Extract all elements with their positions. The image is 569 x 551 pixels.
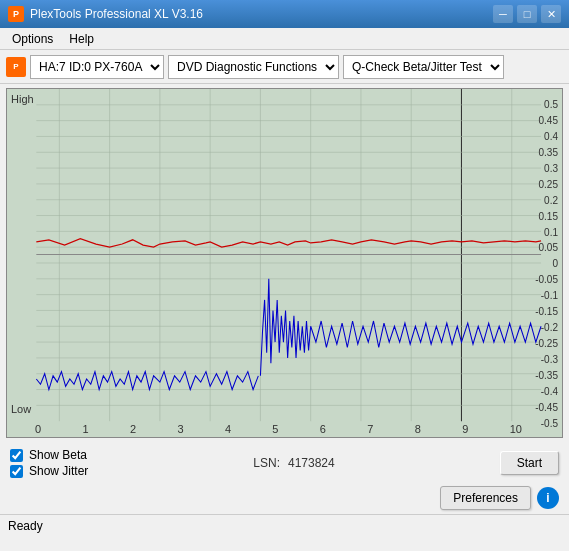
- function-select[interactable]: DVD Diagnostic Functions: [168, 55, 339, 79]
- menu-bar: Options Help: [0, 28, 569, 50]
- y-label-neg0.05: -0.05: [535, 274, 558, 285]
- close-button[interactable]: ✕: [541, 5, 561, 23]
- bottom-panel: Show Beta Show Jitter LSN: 4173824 Start: [0, 442, 569, 482]
- start-button[interactable]: Start: [500, 451, 559, 475]
- chart-area: High Low 0 1 2 3 4 5 6 7 8 9 10 0.5 0.45…: [6, 88, 563, 438]
- y-label-neg0.35: -0.35: [535, 370, 558, 381]
- y-label-neg0.1: -0.1: [535, 290, 558, 301]
- show-jitter-checkbox[interactable]: [10, 465, 23, 478]
- show-beta-label[interactable]: Show Beta: [29, 448, 87, 462]
- maximize-button[interactable]: □: [517, 5, 537, 23]
- drive-select[interactable]: HA:7 ID:0 PX-760A: [30, 55, 164, 79]
- chart-label-high: High: [11, 93, 34, 105]
- title-bar-controls: ─ □ ✕: [493, 5, 561, 23]
- y-label-neg0.5: -0.5: [535, 418, 558, 429]
- chart-label-low: Low: [11, 403, 31, 415]
- y-label-0.5: 0.5: [535, 99, 558, 110]
- show-jitter-label[interactable]: Show Jitter: [29, 464, 88, 478]
- x-label-9: 9: [462, 423, 468, 435]
- y-label-0.35: 0.35: [535, 147, 558, 158]
- lsn-area: LSN: 4173824: [253, 456, 334, 470]
- x-label-6: 6: [320, 423, 326, 435]
- x-axis-labels: 0 1 2 3 4 5 6 7 8 9 10: [35, 423, 522, 435]
- y-label-neg0.2: -0.2: [535, 322, 558, 333]
- show-jitter-row: Show Jitter: [10, 464, 88, 478]
- y-label-neg0.4: -0.4: [535, 386, 558, 397]
- chart-svg: [7, 89, 562, 437]
- preferences-button[interactable]: Preferences: [440, 486, 531, 510]
- y-label-neg0.15: -0.15: [535, 306, 558, 317]
- status-text: Ready: [8, 519, 43, 533]
- y-label-neg0.45: -0.45: [535, 402, 558, 413]
- status-bar: Ready: [0, 514, 569, 536]
- x-label-0: 0: [35, 423, 41, 435]
- y-label-0.25: 0.25: [535, 179, 558, 190]
- y-label-0.15: 0.15: [535, 211, 558, 222]
- x-label-2: 2: [130, 423, 136, 435]
- x-label-4: 4: [225, 423, 231, 435]
- x-label-10: 10: [510, 423, 522, 435]
- title-bar: P PlexTools Professional XL V3.16 ─ □ ✕: [0, 0, 569, 28]
- window-title: PlexTools Professional XL V3.16: [30, 7, 203, 21]
- x-label-1: 1: [82, 423, 88, 435]
- show-beta-row: Show Beta: [10, 448, 88, 462]
- x-label-8: 8: [415, 423, 421, 435]
- y-label-0.45: 0.45: [535, 115, 558, 126]
- preferences-row: Preferences i: [0, 482, 569, 514]
- x-label-7: 7: [367, 423, 373, 435]
- y-label-0.2: 0.2: [535, 195, 558, 206]
- y-label-neg0.3: -0.3: [535, 354, 558, 365]
- y-label-neg0.25: -0.25: [535, 338, 558, 349]
- y-label-0.3: 0.3: [535, 163, 558, 174]
- y-label-0.1: 0.1: [535, 227, 558, 238]
- show-beta-checkbox[interactable]: [10, 449, 23, 462]
- y-label-0: 0: [535, 258, 558, 269]
- checkboxes: Show Beta Show Jitter: [10, 448, 88, 478]
- title-bar-left: P PlexTools Professional XL V3.16: [8, 6, 203, 22]
- lsn-label: LSN:: [253, 456, 280, 470]
- x-label-5: 5: [272, 423, 278, 435]
- x-label-3: 3: [177, 423, 183, 435]
- minimize-button[interactable]: ─: [493, 5, 513, 23]
- y-label-0.4: 0.4: [535, 131, 558, 142]
- y-label-0.05: 0.05: [535, 242, 558, 253]
- toolbar: P HA:7 ID:0 PX-760A DVD Diagnostic Funct…: [0, 50, 569, 84]
- info-button[interactable]: i: [537, 487, 559, 509]
- drive-section: P HA:7 ID:0 PX-760A: [6, 55, 164, 79]
- menu-help[interactable]: Help: [61, 28, 102, 49]
- y-axis-right: 0.5 0.45 0.4 0.35 0.3 0.25 0.2 0.15 0.1 …: [535, 99, 558, 429]
- test-select[interactable]: Q-Check Beta/Jitter Test: [343, 55, 504, 79]
- lsn-value: 4173824: [288, 456, 335, 470]
- app-icon: P: [8, 6, 24, 22]
- menu-options[interactable]: Options: [4, 28, 61, 49]
- drive-icon: P: [6, 57, 26, 77]
